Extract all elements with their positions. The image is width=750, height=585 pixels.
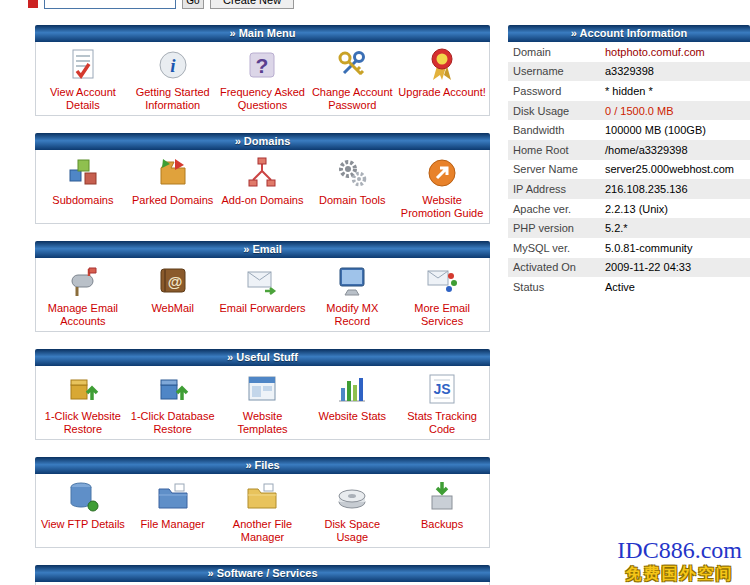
menu-item-frequency-asked-questions[interactable]: ?Frequency Asked Questions	[218, 47, 308, 113]
envelope-forward-icon	[244, 263, 280, 299]
menu-item-more-email-services[interactable]: More Email Services	[397, 263, 487, 329]
menu-item-website-promotion-guide[interactable]: Website Promotion Guide	[397, 155, 487, 221]
menu-item-label: Frequency Asked Questions	[218, 86, 308, 111]
disk-cylinder-icon	[334, 479, 370, 515]
account-row-label: Bandwidth	[508, 124, 605, 136]
menu-item-label: WebMail	[151, 302, 194, 315]
account-row-value: 0 / 1500.0 MB	[605, 105, 674, 117]
addon-domains-network-icon	[244, 155, 280, 191]
menu-item-label: Subdomains	[52, 194, 113, 207]
watermark: IDC886.com 免费国外空间	[617, 537, 742, 585]
section-body: SubdomainsParked DomainsAdd-on DomainsDo…	[35, 150, 490, 224]
account-row-value: * hidden *	[605, 85, 653, 97]
account-info-panel: » Account Information Domainhotphoto.com…	[508, 25, 750, 297]
menu-item-domain-tools[interactable]: Domain Tools	[307, 155, 397, 221]
menu-item-stats-tracking-code[interactable]: JSStats Tracking Code	[397, 371, 487, 437]
quick-search-input[interactable]	[44, 0, 176, 9]
menu-item-label: Upgrade Account!	[398, 86, 485, 99]
change-password-keys-icon	[334, 47, 370, 83]
account-row-ip-address: IP Address216.108.235.136	[508, 179, 750, 199]
section-files: » FilesView FTP DetailsFile ManagerAnoth…	[35, 457, 490, 548]
database-restore-box-icon	[155, 371, 191, 407]
section-body: View FTP DetailsFile ManagerAnother File…	[35, 474, 490, 548]
menu-item-another-file-manager[interactable]: Another File Manager	[218, 479, 308, 545]
getting-started-info-icon: i	[155, 47, 191, 83]
create-new-button[interactable]: Create New	[210, 0, 294, 9]
section-header-domains: » Domains	[35, 133, 490, 150]
menu-item-change-account-password[interactable]: Change Account Password	[307, 47, 397, 113]
account-row-label: Password	[508, 85, 605, 97]
menu-item-disk-space-usage[interactable]: Disk Space Usage	[307, 479, 397, 545]
menu-item-backups[interactable]: Backups	[397, 479, 487, 545]
menu-item-label: View Account Details	[38, 86, 128, 111]
account-row-value: 216.108.235.136	[605, 183, 688, 195]
topbar: Go Create New	[28, 0, 294, 9]
menu-item-label: Domain Tools	[319, 194, 385, 207]
menu-item-view-ftp-details[interactable]: View FTP Details	[38, 479, 128, 545]
account-info-rows: Domainhotphoto.comuf.comUsernamea3329398…	[508, 42, 750, 297]
account-row-label: Disk Usage	[508, 105, 605, 117]
menu-item-add-on-domains[interactable]: Add-on Domains	[218, 155, 308, 221]
menu-item-label: Website Stats	[318, 410, 386, 423]
envelope-services-icon	[424, 263, 460, 299]
account-row-mysql-ver: MySQL ver.5.0.81-community	[508, 238, 750, 258]
section-body: View Account DetailsiGetting Started Inf…	[35, 42, 490, 116]
webmail-book-icon: @	[155, 263, 191, 299]
logo	[28, 0, 38, 8]
menu-item-parked-domains[interactable]: Parked Domains	[128, 155, 218, 221]
promotion-arrow-icon	[424, 155, 460, 191]
svg-text:@: @	[167, 273, 182, 290]
account-row-label: Domain	[508, 46, 605, 58]
account-row-value: 5.0.81-community	[605, 242, 692, 254]
subdomains-cubes-icon	[65, 155, 101, 191]
svg-text:?: ?	[256, 54, 269, 77]
menu-item-website-templates[interactable]: Website Templates	[218, 371, 308, 437]
account-row-value: server25.000webhost.com	[605, 163, 734, 175]
account-row-username: Usernamea3329398	[508, 62, 750, 82]
account-row-domain: Domainhotphoto.comuf.com	[508, 42, 750, 62]
account-row-server-name: Server Nameserver25.000webhost.com	[508, 160, 750, 180]
menu-item-label: 1-Click Website Restore	[38, 410, 128, 435]
account-row-bandwidth: Bandwidth100000 MB (100GB)	[508, 120, 750, 140]
account-row-value: 100000 MB (100GB)	[605, 124, 706, 136]
account-row-label: IP Address	[508, 183, 605, 195]
account-row-label: Apache ver.	[508, 203, 605, 215]
menu-item-label: Parked Domains	[132, 194, 213, 207]
menu-item-upgrade-account[interactable]: Upgrade Account!	[397, 47, 487, 113]
website-restore-box-icon	[65, 371, 101, 407]
menu-item-1-click-website-restore[interactable]: 1-Click Website Restore	[38, 371, 128, 437]
section-header-files: » Files	[35, 457, 490, 474]
stats-bars-icon	[334, 371, 370, 407]
section-email: » EmailManage Email Accounts@WebMailEmai…	[35, 241, 490, 332]
svg-text:JS: JS	[434, 381, 451, 397]
section-main-menu: » Main MenuView Account DetailsiGetting …	[35, 25, 490, 116]
backup-arrow-icon	[424, 479, 460, 515]
menu-item-label: Getting Started Information	[128, 86, 218, 111]
account-row-activated-on: Activated On2009-11-22 04:33	[508, 258, 750, 278]
account-details-icon	[65, 47, 101, 83]
account-row-apache-ver: Apache ver.2.2.13 (Unix)	[508, 199, 750, 219]
menu-item-subdomains[interactable]: Subdomains	[38, 155, 128, 221]
upgrade-ribbon-icon	[424, 47, 460, 83]
menu-item-email-forwarders[interactable]: Email Forwarders	[218, 263, 308, 329]
account-row-value: 5.2.*	[605, 222, 628, 234]
go-button[interactable]: Go	[182, 0, 204, 9]
menu-item-label: Website Promotion Guide	[397, 194, 487, 219]
mailbox-icon	[65, 263, 101, 299]
menu-item-getting-started-information[interactable]: iGetting Started Information	[128, 47, 218, 113]
ftp-server-icon	[65, 479, 101, 515]
menu-item-file-manager[interactable]: File Manager	[128, 479, 218, 545]
menu-item-manage-email-accounts[interactable]: Manage Email Accounts	[38, 263, 128, 329]
menu-item-label: More Email Services	[397, 302, 487, 327]
account-row-password: Password* hidden *	[508, 81, 750, 101]
domain-tools-gears-icon	[334, 155, 370, 191]
menu-item-webmail[interactable]: @WebMail	[128, 263, 218, 329]
menu-item-modify-mx-record[interactable]: Modify MX Record	[307, 263, 397, 329]
menu-item-website-stats[interactable]: Website Stats	[307, 371, 397, 437]
watermark-line2: 免费国外空间	[617, 564, 742, 585]
account-row-value: 2.2.13 (Unix)	[605, 203, 668, 215]
account-row-label: MySQL ver.	[508, 242, 605, 254]
menu-item-1-click-database-restore[interactable]: 1-Click Database Restore	[128, 371, 218, 437]
section-software-services: » Software / Servicesphp	[35, 565, 490, 585]
menu-item-view-account-details[interactable]: View Account Details	[38, 47, 128, 113]
